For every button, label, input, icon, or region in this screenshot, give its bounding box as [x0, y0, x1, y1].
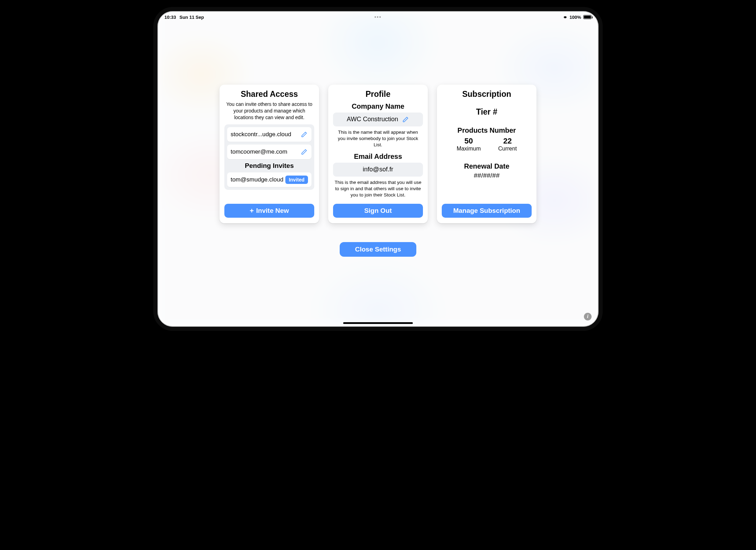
link-icon: ⚭ — [563, 15, 568, 20]
pending-invites-title: Pending Invites — [227, 162, 311, 170]
company-name-label: Company Name — [333, 102, 423, 110]
sign-out-label: Sign Out — [364, 207, 392, 215]
email-hint: This is the email address that you will … — [334, 179, 422, 199]
battery-percent: 100% — [570, 15, 581, 20]
max-label: Maximum — [457, 146, 481, 152]
subscription-title: Subscription — [442, 90, 532, 99]
email-value: info@sof.fr — [363, 166, 393, 173]
multitask-dots[interactable]: ••• — [375, 14, 382, 20]
member-row[interactable]: tomcoomer@me.com — [227, 145, 311, 159]
renewal-label: Renewal Date — [442, 162, 532, 170]
status-date: Sun 11 Sep — [179, 15, 204, 20]
company-name-value: AWC Construction — [347, 116, 398, 123]
home-indicator[interactable] — [343, 322, 413, 324]
subscription-tier: Tier # — [442, 107, 532, 117]
current-value: 22 — [498, 137, 517, 146]
subscription-card: Subscription Tier # Products Number 50 M… — [437, 85, 537, 223]
shared-access-title: Shared Access — [224, 90, 314, 99]
sign-out-button[interactable]: Sign Out — [333, 204, 423, 218]
products-number-label: Products Number — [442, 126, 532, 134]
invite-new-button[interactable]: + Invite New — [224, 204, 314, 218]
member-email: tomcoomer@me.com — [231, 148, 287, 155]
pencil-icon[interactable] — [402, 116, 409, 123]
shared-access-card: Shared Access You can invite others to s… — [219, 85, 319, 223]
email-label: Email Address — [333, 153, 423, 161]
invited-badge: Invited — [285, 176, 308, 184]
pending-email: tom@smudge.cloud — [231, 176, 283, 183]
max-value: 50 — [457, 137, 481, 146]
member-email: stockcontr...udge.cloud — [231, 131, 291, 138]
pencil-icon[interactable] — [300, 131, 308, 138]
manage-subscription-label: Manage Subscription — [453, 207, 520, 215]
email-field[interactable]: info@sof.fr — [333, 163, 423, 177]
plus-icon: + — [250, 207, 254, 214]
info-icon[interactable]: i — [584, 313, 592, 320]
status-bar: 10:33 Sun 11 Sep ••• ⚭ 100% — [157, 11, 599, 21]
profile-title: Profile — [333, 90, 423, 99]
company-name-field[interactable]: AWC Construction — [333, 113, 423, 126]
ipad-frame: 10:33 Sun 11 Sep ••• ⚭ 100% Shared Acces… — [153, 7, 603, 331]
products-stats: 50 Maximum 22 Current — [442, 137, 532, 152]
invite-new-label: Invite New — [256, 207, 289, 215]
close-settings-button[interactable]: Close Settings — [340, 242, 416, 257]
current-label: Current — [498, 146, 517, 152]
company-name-hint: This is the name that will appear when y… — [334, 129, 422, 148]
member-row[interactable]: stockcontr...udge.cloud — [227, 127, 311, 142]
renewal-value: ##/##/## — [442, 172, 532, 179]
pencil-icon[interactable] — [300, 148, 308, 156]
status-time: 10:33 — [164, 15, 176, 20]
shared-access-list: stockcontr...udge.cloud tomcoomer@me.com… — [224, 124, 314, 190]
pending-row[interactable]: tom@smudge.cloud Invited — [227, 172, 311, 187]
manage-subscription-button[interactable]: Manage Subscription — [442, 204, 532, 218]
profile-card: Profile Company Name AWC Construction Th… — [328, 85, 428, 223]
shared-access-desc: You can invite others to share access to… — [224, 101, 314, 121]
battery-icon — [583, 15, 592, 19]
